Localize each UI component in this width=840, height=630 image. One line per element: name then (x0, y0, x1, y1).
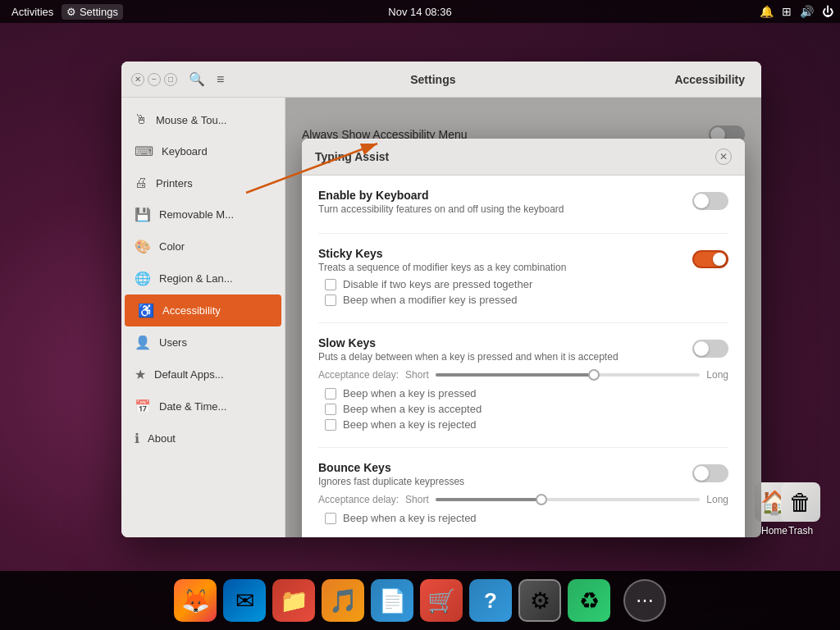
enable-by-keyboard-text: Enable by Keyboard Turn accessibility fe… (318, 189, 679, 215)
bounce-keys-slider-fill (436, 498, 541, 501)
dock-help[interactable]: ? (469, 579, 512, 622)
bounce-keys-slider-thumb[interactable] (536, 494, 547, 505)
dock-writer[interactable]: 📄 (371, 579, 413, 622)
info-icon: ℹ (135, 431, 139, 446)
dock-settings[interactable]: ⚙ (518, 579, 561, 622)
trash-icon-label: Trash (788, 525, 813, 536)
slow-keys-section: Slow Keys Puts a delay between when a ke… (318, 336, 728, 448)
dialog-close-button[interactable]: ✕ (715, 148, 732, 165)
appstore-icon: 🛒 (427, 587, 456, 614)
slow-keys-checkbox-rejected[interactable] (325, 419, 336, 431)
sidebar-item-default-apps[interactable]: ★ Default Apps... (121, 358, 285, 390)
window-body: 🖱 Mouse & Tou... ⌨ Keyboard 🖨 Printers 💾… (121, 98, 761, 537)
slow-keys-long-label: Long (706, 369, 728, 381)
settings-topbar-button[interactable]: ⚙ Settings (62, 4, 123, 20)
window-titlebar: ✕ − □ 🔍 ≡ Settings Accessibility (121, 62, 761, 98)
window-close-button[interactable]: ✕ (131, 73, 144, 86)
network-icon[interactable]: ⊞ (782, 5, 792, 18)
sidebar-item-region[interactable]: 🌐 Region & Lan... (121, 262, 285, 294)
topbar-right: 🔔 ⊞ 🔊 ⏻ (760, 5, 833, 18)
sticky-keys-title: Sticky Keys (318, 247, 679, 260)
sidebar-item-color-label: Color (159, 240, 185, 253)
power-icon[interactable]: ⏻ (822, 5, 833, 18)
enable-by-keyboard-toggle[interactable] (692, 192, 728, 210)
sidebar-item-keyboard[interactable]: ⌨ Keyboard (121, 135, 285, 167)
bounce-keys-delay-label: Acceptance delay: (318, 494, 399, 505)
dock-appstore[interactable]: 🛒 (420, 579, 463, 622)
sound-icon[interactable]: 🔊 (800, 5, 814, 18)
slow-keys-toggle[interactable] (692, 340, 728, 358)
dialog-title: Typing Assist (315, 150, 389, 163)
sticky-keys-checkbox-2[interactable] (325, 294, 336, 306)
thunderbird-icon: ✉ (235, 587, 254, 614)
sidebar-item-accessibility-label: Accessibility (162, 304, 221, 317)
enable-by-keyboard-desc: Turn accessibility features on and off u… (318, 203, 679, 215)
slow-keys-slider-row: Acceptance delay: Short Long (318, 369, 728, 381)
dock-thunderbird[interactable]: ✉ (223, 579, 266, 622)
dock-firefox[interactable]: 🦊 (174, 579, 217, 622)
dock-rhythmbox[interactable]: 🎵 (322, 579, 364, 622)
dock-backup[interactable]: ♻ (568, 579, 610, 622)
topbar-left: Activities ⚙ Settings (7, 4, 123, 20)
slow-keys-checkbox-3-row: Beep when a key is rejected (325, 418, 728, 431)
slow-keys-slider-track[interactable] (436, 373, 701, 377)
bounce-keys-checkbox-rejected[interactable] (325, 513, 336, 524)
calendar-icon: 📅 (135, 399, 151, 414)
drive-icon: 💾 (135, 207, 151, 222)
settings-window: ✕ − □ 🔍 ≡ Settings Accessibility 🖱 Mouse… (121, 62, 761, 537)
users-icon: 👤 (135, 335, 151, 350)
slow-keys-title: Slow Keys (318, 336, 679, 349)
sticky-keys-checkbox-2-label: Beep when a modifier key is pressed (343, 294, 517, 306)
sidebar-item-removable[interactable]: 💾 Removable M... (121, 199, 285, 231)
bounce-keys-toggle[interactable] (692, 464, 728, 482)
window-maximize-button[interactable]: □ (164, 73, 177, 86)
slow-keys-checkbox-pressed[interactable] (325, 388, 336, 399)
sidebar-item-users-label: Users (159, 336, 187, 349)
enable-by-keyboard-row: Enable by Keyboard Turn accessibility fe… (318, 189, 728, 215)
sidebar-item-keyboard-label: Keyboard (162, 145, 208, 158)
sidebar-item-removable-label: Removable M... (159, 208, 234, 221)
dock-files[interactable]: 📁 (272, 579, 315, 622)
sidebar-item-about-label: About (148, 432, 176, 445)
sticky-keys-checkbox-2-row: Beep when a modifier key is pressed (325, 294, 728, 306)
sidebar-item-color[interactable]: 🎨 Color (121, 231, 285, 262)
firefox-icon: 🦊 (181, 587, 210, 614)
slow-keys-checkbox-accepted[interactable] (325, 404, 336, 415)
dialog-overlay: Typing Assist ✕ Enable by Keyboard Turn … (285, 98, 761, 537)
sticky-keys-toggle[interactable] (692, 250, 728, 268)
sidebar-item-datetime[interactable]: 📅 Date & Time... (121, 390, 285, 422)
sticky-keys-checkbox-1[interactable] (325, 279, 336, 290)
slow-keys-checkbox-1-row: Beep when a key is pressed (325, 387, 728, 399)
trash-icon: 🗑 (781, 482, 820, 522)
sidebar-item-users[interactable]: 👤 Users (121, 326, 285, 358)
sticky-keys-desc: Treats a sequence of modifier keys as a … (318, 262, 679, 273)
bounce-keys-long-label: Long (706, 494, 728, 505)
activities-button[interactable]: Activities (7, 4, 58, 20)
bounce-keys-row: Bounce Keys Ignores fast duplicate keypr… (318, 461, 728, 487)
bounce-keys-section: Bounce Keys Ignores fast duplicate keypr… (318, 461, 728, 537)
notification-bell-icon[interactable]: 🔔 (760, 5, 774, 18)
slow-keys-checkbox-rejected-label: Beep when a key is rejected (343, 418, 477, 431)
sticky-keys-text: Sticky Keys Treats a sequence of modifie… (318, 247, 679, 273)
color-icon: 🎨 (135, 239, 151, 254)
enable-by-keyboard-title: Enable by Keyboard (318, 189, 679, 202)
sidebar-item-region-label: Region & Lan... (159, 272, 233, 285)
enable-by-keyboard-section: Enable by Keyboard Turn accessibility fe… (318, 189, 728, 234)
desktop-icon-trash[interactable]: 🗑 Trash (774, 476, 827, 543)
writer-icon: 📄 (378, 587, 407, 614)
sticky-keys-section: Sticky Keys Treats a sequence of modifie… (318, 247, 728, 323)
apps-grid-button[interactable]: ⋯ (623, 579, 666, 622)
sidebar-item-accessibility[interactable]: ♿ Accessibility (125, 294, 281, 326)
topbar: Activities ⚙ Settings Nov 14 08:36 🔔 ⊞ 🔊… (0, 0, 840, 23)
window-minimize-button[interactable]: − (148, 73, 161, 86)
sidebar-item-printers[interactable]: 🖨 Printers (121, 167, 285, 199)
sidebar-item-mouse[interactable]: 🖱 Mouse & Tou... (121, 104, 285, 135)
sticky-keys-row: Sticky Keys Treats a sequence of modifie… (318, 247, 728, 273)
rhythmbox-icon: 🎵 (329, 587, 358, 614)
bounce-keys-slider-track[interactable] (436, 498, 701, 501)
desktop: Activities ⚙ Settings Nov 14 08:36 🔔 ⊞ 🔊… (0, 0, 840, 630)
sidebar-item-about[interactable]: ℹ About (121, 422, 285, 454)
bounce-keys-short-label: Short (405, 494, 429, 505)
backup-icon: ♻ (579, 587, 600, 614)
slow-keys-slider-thumb[interactable] (588, 369, 600, 381)
